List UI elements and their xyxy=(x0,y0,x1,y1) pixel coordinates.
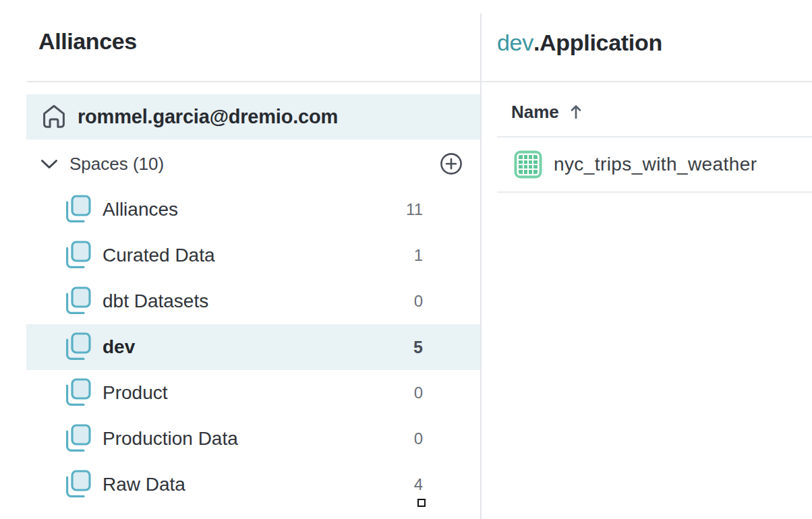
space-row[interactable]: dbt Datasets 0 xyxy=(26,278,481,324)
left-panel-title: Alliances xyxy=(38,28,137,55)
breadcrumb-entity: Application xyxy=(540,30,662,55)
panel-divider xyxy=(480,13,482,519)
space-row[interactable]: Product 0 xyxy=(26,370,481,416)
space-icon xyxy=(64,424,91,454)
space-row-label: Product xyxy=(103,382,168,404)
breadcrumb-separator: . xyxy=(533,30,540,55)
space-row-count: 0 xyxy=(414,384,423,402)
add-space-button[interactable] xyxy=(440,152,463,175)
space-row-count: 1 xyxy=(414,246,423,265)
column-header-name[interactable]: Name xyxy=(511,100,582,123)
breadcrumb-space-link[interactable]: dev xyxy=(497,30,533,55)
caret-artifact-square xyxy=(417,499,426,507)
space-row[interactable]: Curated Data 1 xyxy=(26,233,481,278)
spaces-list: Alliances 11 Curated Data 1 dbt Datasets… xyxy=(26,187,481,508)
space-icon xyxy=(64,241,91,270)
space-row-count: 0 xyxy=(414,429,423,448)
space-icon xyxy=(64,195,91,224)
home-item-label: rommel.garcia@dremio.com xyxy=(78,106,338,128)
space-row-label: Curated Data xyxy=(103,245,215,266)
space-row-count: 5 xyxy=(413,338,423,357)
space-row-count: 4 xyxy=(414,475,423,494)
space-row-label: dbt Datasets xyxy=(103,291,208,312)
spaces-section-header[interactable]: Spaces (10) xyxy=(26,150,481,177)
spaces-section-label: Spaces (10) xyxy=(69,154,164,175)
space-icon xyxy=(64,286,91,316)
space-icon xyxy=(64,470,91,499)
left-title-divider xyxy=(27,81,481,82)
home-catalog-item[interactable]: rommel.garcia@dremio.com xyxy=(26,94,481,140)
dataset-name: nyc_trips_with_weather xyxy=(554,154,757,175)
space-icon xyxy=(64,378,91,408)
breadcrumb: dev.Application xyxy=(497,30,662,56)
space-icon xyxy=(64,332,91,362)
dataset-row[interactable]: nyc_trips_with_weather xyxy=(497,138,812,191)
arrow-up-icon xyxy=(570,104,582,120)
home-icon xyxy=(41,104,67,131)
space-row-label: Raw Data xyxy=(103,474,185,495)
space-row-label: Alliances xyxy=(103,199,178,220)
chevron-down-icon[interactable] xyxy=(40,159,58,169)
space-row[interactable]: Raw Data 4 xyxy=(26,462,481,508)
space-row-label: dev xyxy=(103,336,135,358)
space-row[interactable]: Production Data 0 xyxy=(26,416,481,462)
right-title-divider xyxy=(482,81,812,82)
physical-dataset-table-icon xyxy=(514,150,542,179)
space-row-label: Production Data xyxy=(103,428,238,450)
dataset-row-divider xyxy=(497,191,812,193)
space-row[interactable]: dev 5 xyxy=(26,324,481,370)
space-row-count: 11 xyxy=(406,200,423,219)
space-row[interactable]: Alliances 11 xyxy=(26,187,481,233)
column-header-label: Name xyxy=(511,102,559,123)
space-row-count: 0 xyxy=(414,292,423,311)
